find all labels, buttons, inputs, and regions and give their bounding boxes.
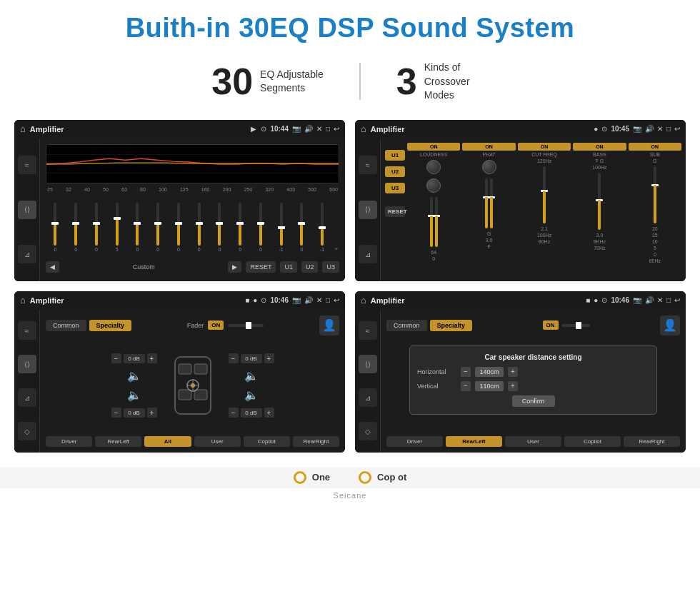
eq-slider-10[interactable]: 0 [251,203,271,252]
sub-slider[interactable] [654,166,656,223]
right-rear-minus[interactable]: − [229,408,239,418]
bass-slider[interactable] [598,173,601,230]
prev-btn[interactable]: ◀ [46,261,59,273]
loudness-knob2[interactable] [426,178,441,193]
fader-track-4[interactable] [561,324,590,327]
dialog-vertical-plus[interactable]: + [508,381,518,391]
left-rear-plus[interactable]: + [147,408,157,418]
u2-channel-btn[interactable]: U2 [385,166,405,177]
dialog-horizontal-plus[interactable]: + [508,367,518,377]
sidebar-btn-tune2[interactable]: ≈ [359,156,377,174]
copilot-btn[interactable]: Copilot [244,436,290,447]
fader-on-btn[interactable]: ON [208,320,224,330]
home-icon-3[interactable]: ⌂ [20,295,26,306]
phat-knob[interactable] [482,160,496,174]
u1-btn[interactable]: U1 [280,261,297,273]
driver-btn-4[interactable]: Driver [386,436,443,447]
home-icon-2[interactable]: ⌂ [361,123,366,134]
rearleft-btn[interactable]: RearLeft [95,436,141,447]
sidebar-btn-eq3[interactable]: ⟨⟩ [18,355,36,373]
person-icon-4[interactable]: 👤 [660,315,680,335]
sub-on-btn[interactable]: ON [629,143,681,151]
driver-btn[interactable]: Driver [46,436,92,447]
rearright-btn-4[interactable]: RearRight [624,436,680,447]
eq-slider-2[interactable]: 0 [87,203,106,252]
sidebar-btn-vol3[interactable]: ⊿ [18,388,36,407]
nav-arrows[interactable]: » [334,246,339,252]
eq-slider-7[interactable]: 0 [189,203,209,252]
cutfreq-slider[interactable] [543,166,546,223]
u1-channel-btn[interactable]: U1 [385,150,405,161]
sidebar-btn-tune[interactable]: ≈ [18,156,36,174]
home-icon[interactable]: ⌂ [20,123,26,134]
right-front-minus[interactable]: − [229,353,239,363]
u3-channel-btn[interactable]: U3 [385,183,405,193]
tab-specialty[interactable]: Specialty [89,320,132,331]
sidebar-btn-tune3[interactable]: ≈ [18,321,36,340]
eq-slider-3[interactable]: 5 [107,203,126,252]
svg-rect-5 [179,364,191,374]
user-btn[interactable]: User [194,436,241,447]
loudness-on-btn[interactable]: ON [407,143,460,151]
eq-slider-1[interactable]: 0 [66,203,86,252]
close-icon: ✕ [316,125,322,133]
loudness-slider1[interactable] [430,197,433,247]
fader-thumb-4 [576,322,581,329]
fader-on-4[interactable]: ON [543,320,559,330]
u3-btn[interactable]: U3 [322,261,339,273]
right-rear-plus[interactable]: + [264,408,274,418]
dialog-vertical-minus[interactable]: − [461,381,471,391]
dialog-horizontal-minus[interactable]: − [461,367,471,377]
phat-slider1[interactable] [485,178,488,228]
sidebar-btn-vol[interactable]: ⊿ [18,245,36,263]
phat-on-btn[interactable]: ON [462,143,515,151]
next-btn[interactable]: ▶ [228,261,241,273]
bass-freq3: 70Hz [594,246,605,251]
eq-slider-11[interactable]: -1 [271,203,291,252]
cutfreq-on-btn[interactable]: ON [518,143,571,151]
right-front-plus[interactable]: + [264,353,274,363]
record-icon: ● [594,125,598,133]
loudness-slider2[interactable] [435,197,438,247]
tab-common[interactable]: Common [46,320,86,331]
copilot-btn-4[interactable]: Copilot [564,436,621,447]
sidebar-btn-spk4[interactable]: ◇ [359,422,377,440]
phat-slider2[interactable] [490,178,493,228]
freq-label-10: 250 [244,187,253,192]
eq-slider-0[interactable]: 0 [46,203,65,252]
eq-slider-6[interactable]: 0 [169,203,189,252]
save-icon-4: ■ [586,296,590,304]
sidebar-btn-eq4[interactable]: ⟨⟩ [359,355,377,373]
u2-btn[interactable]: U2 [301,261,319,273]
eq-slider-5[interactable]: 0 [149,203,168,252]
loudness-knob[interactable] [426,160,441,174]
sidebar-btn-spk[interactable]: ◇ [18,422,36,440]
sidebar-btn-eq2[interactable]: ⟨⟩ [359,201,377,219]
reset-channel-btn[interactable]: RESET [385,206,405,217]
sidebar-btn-vol2[interactable]: ⊿ [359,245,377,263]
bass-on-btn[interactable]: ON [573,143,626,151]
home-icon-4[interactable]: ⌂ [361,295,366,306]
left-front-plus[interactable]: + [147,353,157,363]
tab-common-4[interactable]: Common [386,320,427,331]
eq-slider-12[interactable]: 0 [292,203,311,252]
person-icon[interactable]: 👤 [319,315,339,335]
sidebar-btn-eq[interactable]: ⟨⟩ [18,201,36,219]
left-front-minus[interactable]: − [111,353,121,363]
tab-specialty-4[interactable]: Specialty [430,320,473,331]
user-btn-4[interactable]: User [505,436,561,447]
reset-btn[interactable]: RESET [246,261,276,273]
all-btn[interactable]: All [144,436,191,447]
eq-slider-8[interactable]: 0 [210,203,229,252]
rearright-btn[interactable]: RearRight [293,436,339,447]
sidebar-btn-vol4[interactable]: ⊿ [359,388,377,407]
dialog-title: Car speaker distance setting [417,353,649,361]
eq-slider-13[interactable]: -1 [313,203,332,252]
fader-track[interactable] [228,324,264,327]
left-rear-minus[interactable]: − [111,408,121,418]
eq-slider-4[interactable]: 0 [128,203,147,252]
eq-slider-9[interactable]: 0 [231,203,250,252]
dialog-confirm-btn[interactable]: Confirm [512,395,555,407]
rearleft-btn-4[interactable]: RearLeft [446,436,502,447]
sidebar-btn-tune4[interactable]: ≈ [359,321,377,340]
